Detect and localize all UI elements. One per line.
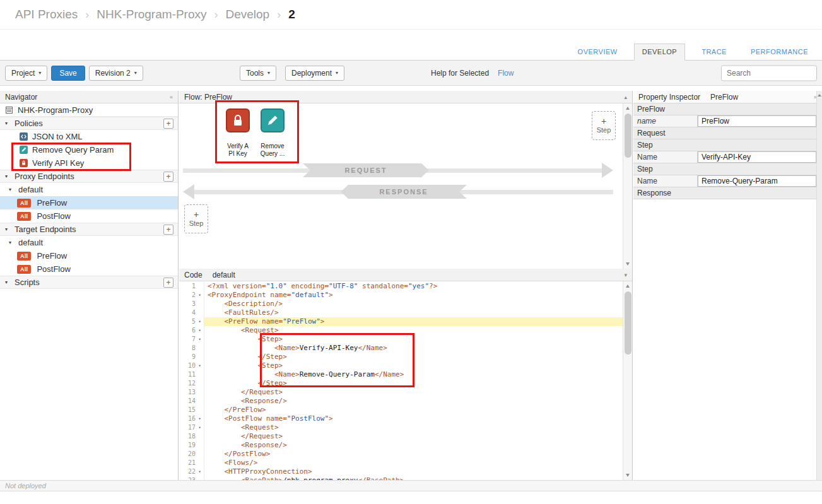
fold-caret-icon[interactable]: ▾	[196, 291, 204, 300]
code-text[interactable]: <HTTPProxyConnection>	[204, 467, 623, 476]
navigator-proxy-root[interactable]: NHK-Program-Proxy	[0, 103, 178, 117]
fold-caret-icon[interactable]	[196, 308, 204, 317]
proxy-endpoint-preflow[interactable]: All PreFlow	[0, 196, 178, 209]
add-step-button-response[interactable]: + Step	[184, 204, 208, 233]
proxy-endpoint-postflow[interactable]: All PostFlow	[0, 209, 178, 223]
fold-caret-icon[interactable]	[196, 344, 204, 353]
code-line[interactable]: 21 <Flows/>	[179, 459, 623, 467]
search-input[interactable]	[721, 65, 817, 81]
fold-caret-icon[interactable]: ▾	[196, 414, 204, 423]
scroll-up-icon[interactable]	[626, 284, 630, 288]
code-text[interactable]: <Name>Verify-API-Key</Name>	[204, 344, 623, 353]
fold-caret-icon[interactable]: ▾	[196, 467, 204, 476]
code-text[interactable]: <Response/>	[204, 397, 623, 406]
add-target-endpoint-button[interactable]: +	[163, 225, 173, 235]
fold-caret-icon[interactable]: ▾	[196, 317, 204, 326]
code-line[interactable]: 20 </PostFlow>	[179, 450, 623, 459]
policy-item-json-to-xml[interactable]: JSON to XML	[0, 130, 178, 143]
fold-caret-icon[interactable]	[196, 379, 204, 388]
project-menu-button[interactable]: Project▾	[5, 66, 47, 81]
add-policy-button[interactable]: +	[163, 119, 173, 129]
code-line[interactable]: 2▾<ProxyEndpoint name="default">	[179, 291, 623, 300]
save-button[interactable]: Save	[51, 66, 85, 81]
inspector-name-value[interactable]: PreFlow	[698, 115, 816, 127]
fold-caret-icon[interactable]	[196, 388, 204, 397]
deployment-menu-button[interactable]: Deployment▾	[285, 66, 344, 81]
code-line[interactable]: 7▾ <Step>	[179, 335, 623, 344]
add-proxy-endpoint-button[interactable]: +	[163, 172, 173, 182]
code-line[interactable]: 3 <Description/>	[179, 300, 623, 308]
code-line[interactable]: 13 </Request>	[179, 388, 623, 397]
code-scrollbar[interactable]	[623, 281, 632, 480]
help-flow-link[interactable]: Flow	[498, 69, 514, 78]
code-text[interactable]: <?xml version="1.0" encoding="UTF-8" sta…	[204, 282, 623, 291]
code-text[interactable]: <Description/>	[204, 300, 623, 308]
code-line-highlighted[interactable]: 5▾ <PreFlow name="PreFlow">	[179, 317, 623, 326]
inspector-step2-name-value[interactable]: Remove-Query-Param	[698, 175, 816, 187]
collapse-flow-panel-icon[interactable]: ▴	[624, 94, 627, 100]
inspector-section-step-2[interactable]: Step	[633, 163, 816, 175]
code-line[interactable]: 1<?xml version="1.0" encoding="UTF-8" st…	[179, 282, 623, 291]
revision-menu-button[interactable]: Revision 2▾	[89, 66, 143, 81]
code-text[interactable]: <Flows/>	[204, 459, 623, 467]
fold-caret-icon[interactable]	[196, 300, 204, 308]
add-script-button[interactable]: +	[163, 278, 173, 288]
code-line[interactable]: 8 <Name>Verify-API-Key</Name>	[179, 344, 623, 353]
code-text[interactable]: </Request>	[204, 432, 623, 441]
fold-caret-icon[interactable]	[196, 353, 204, 361]
fold-caret-icon[interactable]	[196, 370, 204, 379]
tab-trace[interactable]: TRACE	[694, 44, 734, 60]
fold-caret-icon[interactable]	[196, 450, 204, 459]
scroll-up-icon[interactable]	[626, 107, 630, 110]
code-line[interactable]: 22▾ <HTTPProxyConnection>	[179, 467, 623, 476]
code-text[interactable]: </Step>	[204, 353, 623, 361]
scrollbar-thumb[interactable]	[625, 291, 631, 355]
inspector-section-preflow[interactable]: PreFlow	[633, 103, 816, 115]
inspector-section-request[interactable]: Request	[633, 127, 816, 139]
code-line[interactable]: 6▾ <Request>	[179, 326, 623, 335]
policy-item-verify-api-key[interactable]: Verify API Key	[0, 156, 178, 170]
flow-policy-remove-query-param[interactable]: Remove Query ...	[254, 108, 291, 158]
code-text[interactable]: <ProxyEndpoint name="default">	[204, 291, 623, 300]
code-line[interactable]: 16▾ <PostFlow name="PostFlow">	[179, 414, 623, 423]
code-text[interactable]: </Request>	[204, 388, 623, 397]
fold-caret-icon[interactable]	[196, 459, 204, 467]
code-text[interactable]: <Request>	[204, 326, 623, 335]
fold-caret-icon[interactable]	[196, 432, 204, 441]
fold-caret-icon[interactable]: ▾	[196, 423, 204, 432]
code-text[interactable]: </Step>	[204, 379, 623, 388]
code-text[interactable]: <PreFlow name="PreFlow">	[204, 317, 623, 326]
fold-caret-icon[interactable]	[196, 282, 204, 291]
code-text[interactable]: <FaultRules/>	[204, 308, 623, 317]
inspector-section-step-1[interactable]: Step	[633, 139, 816, 151]
breadcrumb-api-proxies[interactable]: API Proxies	[15, 8, 78, 21]
inspector-section-response[interactable]: Response	[633, 187, 816, 199]
scroll-down-icon[interactable]	[626, 262, 630, 266]
flow-scrollbar[interactable]	[623, 103, 632, 269]
target-endpoint-default[interactable]: ▾ default	[0, 236, 178, 249]
code-text[interactable]: <Request>	[204, 423, 623, 432]
navigator-section-scripts[interactable]: ▾ Scripts +	[0, 276, 178, 289]
code-line[interactable]: 4 <FaultRules/>	[179, 308, 623, 317]
fold-caret-icon[interactable]: ▾	[196, 335, 204, 344]
code-line[interactable]: 14 <Response/>	[179, 397, 623, 406]
code-text[interactable]: <PostFlow name="PostFlow">	[204, 414, 623, 423]
fold-caret-icon[interactable]: ▾	[196, 361, 204, 370]
target-endpoint-preflow[interactable]: All PreFlow	[0, 249, 178, 262]
code-text[interactable]: <Name>Remove-Query-Param</Name>	[204, 370, 623, 379]
fold-caret-icon[interactable]	[196, 441, 204, 450]
tab-develop[interactable]: DEVELOP	[634, 44, 685, 61]
code-line[interactable]: 12 </Step>	[179, 379, 623, 388]
xml-code-editor[interactable]: 1<?xml version="1.0" encoding="UTF-8" st…	[179, 281, 632, 480]
collapse-navigator-icon[interactable]: «	[170, 94, 173, 100]
scroll-down-icon[interactable]	[626, 474, 630, 477]
tools-menu-button[interactable]: Tools▾	[240, 66, 276, 81]
code-text[interactable]: <Response/>	[204, 441, 623, 450]
flow-policy-verify-api-key[interactable]: Verify A PI Key	[220, 108, 256, 158]
navigator-section-target-endpoints[interactable]: ▾ Target Endpoints +	[0, 223, 178, 236]
code-line[interactable]: 17▾ <Request>	[179, 423, 623, 432]
code-text[interactable]: </PreFlow>	[204, 406, 623, 414]
code-line[interactable]: 18 </Request>	[179, 432, 623, 441]
code-line[interactable]: 9 </Step>	[179, 353, 623, 361]
add-step-button-request[interactable]: + Step	[592, 111, 616, 140]
